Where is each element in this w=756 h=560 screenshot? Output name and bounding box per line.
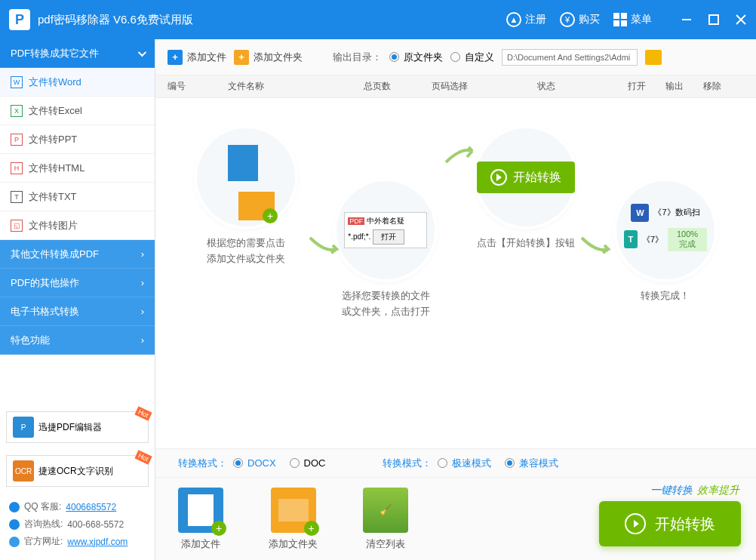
radio-doc[interactable]: DOC: [290, 457, 326, 469]
table-header: 编号 文件名称 总页数 页码选择 状态 打开 输出 移除: [155, 75, 756, 98]
item-label: 文件转TXT: [29, 190, 77, 204]
tagline-2: 效率提升: [697, 484, 739, 496]
result-filename: 《7》: [642, 234, 663, 245]
sidebar-item-excel[interactable]: X文件转Excel: [0, 97, 155, 125]
ad-ocr[interactable]: OCR 捷速OCR文字识别 Hot: [6, 455, 149, 487]
open-dialog-illustration-icon: PDF 中外着名疑*.pdf;*. 打开: [337, 181, 435, 279]
contact-info: QQ 客服: 4006685572 咨询热线: 400-668-5572 官方网…: [0, 493, 155, 560]
qq-icon: [9, 502, 20, 512]
chevron-down-icon: [138, 48, 146, 56]
radio-fast-mode[interactable]: 极速模式: [438, 457, 491, 470]
ppt-icon: P: [11, 134, 23, 146]
hot-badge: Hot: [134, 406, 152, 420]
open-button-preview: 打开: [373, 229, 404, 245]
th-remove: 移除: [703, 80, 741, 93]
register-button[interactable]: ▲ 注册: [506, 12, 546, 27]
tagline: 一键转换效率提升: [650, 484, 739, 497]
broom-icon: 🧹: [363, 488, 408, 533]
word-icon: W: [11, 76, 23, 88]
clear-list-button[interactable]: 🧹 清空列表: [363, 488, 408, 551]
accordion-special[interactable]: 特色功能›: [0, 326, 155, 355]
add-folder-button[interactable]: +添加文件夹: [234, 50, 303, 65]
ad-pdf-editor[interactable]: P 迅捷PDF编辑器 Hot: [6, 411, 149, 443]
sidebar-item-html[interactable]: H文件转HTML: [0, 154, 155, 183]
item-label: 文件转Excel: [29, 104, 82, 118]
ie-icon: [9, 537, 20, 547]
add-folder-big-button[interactable]: + 添加文件夹: [269, 488, 318, 551]
ad-label: 捷速OCR文字识别: [38, 465, 113, 478]
sidebar: PDF转换成其它文件 W文件转Word X文件转Excel P文件转PPT H文…: [0, 39, 155, 560]
chevron-right-icon: ›: [141, 334, 144, 346]
grid-icon: [613, 13, 627, 26]
item-label: 文件转PPT: [29, 133, 77, 146]
guide-text: 根据您的需要点击 添加文件或文件夹: [178, 235, 314, 267]
file-icon: +: [178, 488, 223, 533]
percent-value: 100%: [677, 229, 698, 238]
browse-folder-button[interactable]: [645, 50, 662, 65]
radio-docx[interactable]: DOCX: [233, 457, 276, 469]
buy-button[interactable]: ¥ 购买: [560, 12, 600, 27]
plus-icon: +: [211, 521, 226, 536]
ad-label: 迅捷PDF编辑器: [38, 421, 102, 434]
phone-icon: [9, 519, 20, 530]
chevron-right-icon: ›: [141, 306, 144, 317]
accordion-other-to-pdf[interactable]: 其他文件转换成PDF›: [0, 240, 155, 269]
phone-label: 咨询热线:: [24, 518, 63, 531]
add-file-button[interactable]: +添加文件: [167, 50, 226, 65]
format-label: 转换格式：: [178, 457, 227, 470]
output-path-input[interactable]: [502, 49, 638, 66]
guide-step-4: W《7》数码扫 T《7》100% 完成 转换完成！: [598, 181, 733, 304]
guide-step-1: + 根据您的需要点击 添加文件或文件夹: [178, 128, 314, 267]
radio-icon: [233, 458, 243, 468]
guide-text: 点击【开始转换】按钮: [458, 235, 594, 251]
start-button-illustration-icon: 开始转换: [477, 128, 575, 226]
play-icon: [490, 169, 507, 186]
close-button[interactable]: [735, 14, 747, 26]
sidebar-item-image[interactable]: ◱文件转图片: [0, 211, 155, 240]
site-link[interactable]: www.xjpdf.com: [67, 537, 128, 547]
sidebar-item-ppt[interactable]: P文件转PPT: [0, 125, 155, 154]
arrow-icon: [442, 143, 480, 166]
plus-icon: +: [167, 50, 183, 65]
pdf-editor-icon: P: [13, 417, 34, 438]
radio-icon: [290, 458, 300, 468]
menu-button[interactable]: 菜单: [613, 13, 652, 26]
chevron-right-icon: ›: [141, 277, 144, 288]
qq-link[interactable]: 4006685572: [66, 502, 116, 512]
th-selection: 页码选择: [432, 80, 537, 93]
add-folder-label: 添加文件夹: [254, 51, 303, 64]
guide-text: 选择您要转换的文件 或文件夹，点击打开: [318, 288, 453, 320]
maximize-button[interactable]: [708, 14, 720, 26]
btn-label: 添加文件: [181, 538, 220, 549]
tagline-1: 一键转换: [650, 484, 693, 496]
th-output: 输出: [665, 80, 703, 93]
titlebar: P pdf密码移除器 V6.6免费试用版 ▲ 注册 ¥ 购买 菜单: [0, 0, 756, 39]
radio-label: DOC: [304, 457, 326, 469]
th-status: 状态: [537, 80, 628, 93]
add-file-label: 添加文件: [187, 51, 226, 64]
accordion-ebook[interactable]: 电子书格式转换›: [0, 297, 155, 326]
toolbar: +添加文件 +添加文件夹 输出目录： 原文件夹 自定义: [155, 39, 756, 75]
sidebar-item-txt[interactable]: T文件转TXT: [0, 183, 155, 211]
accordion-pdf-ops[interactable]: PDF的其他操作›: [0, 269, 155, 297]
qq-label: QQ 客服:: [24, 500, 61, 513]
radio-compat-mode[interactable]: 兼容模式: [505, 457, 558, 470]
radio-label: 自定义: [465, 51, 494, 64]
accordion-pdf-to-other[interactable]: PDF转换成其它文件: [0, 39, 155, 68]
start-convert-button[interactable]: 开始转换: [599, 501, 741, 546]
radio-icon: [450, 52, 460, 62]
radio-source-folder[interactable]: 原文件夹: [389, 51, 443, 64]
guide-text: 转换完成！: [598, 288, 733, 304]
radio-icon: [505, 458, 515, 468]
radio-custom-folder[interactable]: 自定义: [450, 51, 494, 64]
output-label: 输出目录：: [333, 51, 382, 64]
radio-icon: [438, 458, 447, 468]
add-file-big-button[interactable]: + 添加文件: [178, 488, 223, 551]
plus-icon: +: [263, 208, 278, 223]
play-icon: [625, 513, 646, 534]
sidebar-item-word[interactable]: W文件转Word: [0, 68, 155, 97]
th-open: 打开: [628, 80, 665, 93]
minimize-button[interactable]: [681, 14, 693, 26]
plus-folder-icon: +: [234, 50, 249, 65]
radio-label: 极速模式: [452, 457, 491, 470]
